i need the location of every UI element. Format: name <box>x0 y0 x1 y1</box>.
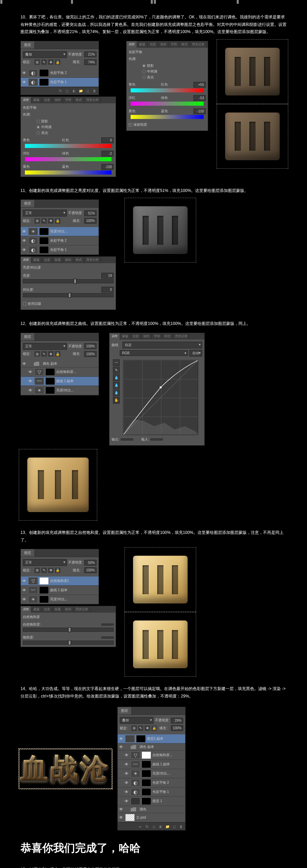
congrats-text: 恭喜你我们完成了，哈哈 <box>20 841 287 856</box>
hand-icon[interactable]: ✋ <box>113 397 120 404</box>
preserve-lum-checkbox[interactable] <box>129 123 132 126</box>
vibrance-panel: 调整蒙版信息段落样式历史记录 自然饱和度 自然饱和度: 饱和度: <box>20 606 116 647</box>
curves-graph[interactable] <box>123 360 198 435</box>
yel-blue-slider[interactable] <box>25 170 112 175</box>
eye-icon[interactable]: 👁 <box>21 70 27 76</box>
legacy-checkbox[interactable] <box>23 302 26 305</box>
lock-all-icon[interactable]: 🔒 <box>55 59 60 65</box>
layers-panel-13: 图层 正常不透明度:50% 锁定:⊞✎✥🔒填充:100% 👁▽自然饱和度1 👁〰… <box>20 549 99 604</box>
pencil-tool-icon[interactable]: ✎ <box>113 367 120 374</box>
cyan-red-slider[interactable] <box>25 144 112 148</box>
curves-panel: 调整蒙版信息动作字符样式历史记录 曲线自定 RGB自动 〰 ✎ 💧 💧 💧 ✋ <box>109 333 205 446</box>
folder-icon <box>34 362 39 366</box>
fill-input[interactable]: 74% <box>84 59 97 65</box>
adj-thumb: ◐ <box>28 78 38 86</box>
preview-stone-gold-bright <box>126 549 194 610</box>
fill-label: 填充: <box>73 60 83 64</box>
blend-mode-dropdown[interactable]: 叠加 <box>23 51 67 58</box>
radio-highlights[interactable] <box>36 131 40 135</box>
mask-icon[interactable]: ◻ <box>64 88 70 94</box>
step-10-text: 累坏了吧，各位亲。做完以上的工作，我们的进度已经完成90%了，只差颜色的调整了。… <box>20 15 287 34</box>
curve-tool-icon[interactable]: 〰 <box>113 359 120 366</box>
preview-stone-brown-2 <box>218 106 287 167</box>
preview-stone-brown <box>218 41 287 102</box>
brightness-slider[interactable] <box>23 279 114 283</box>
preview-stone-gold-bright-2 <box>126 614 194 675</box>
layers-panel-11: 图层 正常 不透明度: 51% 锁定: ⊞✎✥🔒 填充: 100% 👁☀亮度/对… <box>20 199 99 255</box>
radio-highlights[interactable] <box>142 76 146 79</box>
brightness-contrast-panel: 调整蒙版信息段落路径样式历史记录 亮度/对比度 亮度:19 对比度:0 使用旧版 <box>20 256 116 310</box>
cb-title: 色彩平衡 <box>23 105 114 110</box>
layers-panel-10: 图层 叠加 不透明度: 21% 锁定: ⊞ ✎ ✥ 🔒 填充: 74% 👁◐色彩… <box>20 41 99 95</box>
fx-icon[interactable]: fx <box>57 88 63 94</box>
layer-name: 色彩平衡 2 <box>50 71 98 75</box>
layer-name: 色彩平衡 1 <box>50 80 98 85</box>
eyedropper-icon[interactable]: 💧 <box>113 382 120 389</box>
contrast-slider[interactable] <box>23 293 114 297</box>
step-14-text: 哈哈，大功告成。等等，现在的文字看起来很生硬，一个图层可以搞定哦。在调色最开始的… <box>20 686 286 699</box>
preview-stone-gold <box>20 451 96 519</box>
folder-icon[interactable]: 📁 <box>78 88 84 94</box>
adj-icon[interactable]: ◐ <box>71 88 77 94</box>
lock-paint-icon[interactable]: ✎ <box>41 59 47 65</box>
cb-green-input[interactable]: -2 <box>101 151 114 156</box>
eyedropper-icon[interactable]: 💧 <box>113 389 120 396</box>
mask-thumb <box>39 69 49 77</box>
fx-icon[interactable]: fx <box>144 824 150 829</box>
step-12-text: 创建新的填充或调整图层之曲线。设置图层属性为正常，不透明度100%，填充100%… <box>29 321 250 326</box>
adj-tab[interactable]: 调整 <box>21 97 31 103</box>
cb-blue-input[interactable]: -100 <box>101 164 114 170</box>
radio-midtones[interactable] <box>142 70 146 73</box>
svg-point-1 <box>160 386 162 388</box>
new-icon[interactable]: ◻ <box>85 88 91 94</box>
adj-thumb: ◐ <box>28 69 38 77</box>
final-text-effect: 血战沧 <box>20 750 111 787</box>
lock-trans-icon[interactable]: ⊞ <box>34 59 40 65</box>
trash-icon[interactable]: 🗑 <box>91 88 98 94</box>
step-13-text: 创建新的填充或调整图层之自然饱和度。设置图层属性为正常，不透明度100%，填充1… <box>20 530 283 542</box>
opacity-label: 不透明度: <box>68 52 83 57</box>
eyedropper-icon[interactable]: 💧 <box>113 374 120 381</box>
auto-button[interactable]: 自动 <box>189 350 202 357</box>
radio-midtones[interactable] <box>36 125 40 129</box>
lock-pos-icon[interactable]: ✥ <box>48 59 54 65</box>
layer-row-selected[interactable]: 👁◐色彩平衡 1 <box>21 78 99 87</box>
layers-tab[interactable]: 图层 <box>21 41 35 49</box>
step-10-num: 10、 <box>20 15 29 19</box>
layer-row[interactable]: 👁◐色彩平衡 2 <box>21 69 99 78</box>
color-balance-panel-left: 调整蒙版信息动作字符样式历史记录 色彩平衡 色调: 阴影 中间调 高光 青色红色… <box>20 96 116 177</box>
lock-label: 锁定: <box>23 60 33 64</box>
color-balance-panel-right: 调整蒙版信息动作字符样式历史记录 色彩平衡 色调: 阴影 中间调 高光 青色红色… <box>126 41 208 131</box>
eye-icon[interactable]: 👁 <box>21 79 27 85</box>
layers-panel-14: 图层 叠加不透明度:29% 锁定:⊞✎✥🔒填充:100% 👁图层1 副本 👁调色… <box>117 707 186 830</box>
mag-green-slider[interactable] <box>25 157 112 161</box>
opacity-input[interactable]: 21% <box>84 51 97 57</box>
preview-stone-gray <box>126 199 194 261</box>
step-11-text: 创建新的填充或调整图层之亮度对比度。设置图层属性为正常，不透明度51%，填充10… <box>29 188 248 193</box>
cb-red-input[interactable]: 0 <box>101 137 114 143</box>
mask-thumb <box>39 78 49 86</box>
layers-panel-12: 图层 正常不透明度:100% 锁定:⊞✎✥🔒填充:100% 👁调色 副本 👁▽自… <box>20 333 99 395</box>
radio-shadows[interactable] <box>142 64 146 68</box>
radio-shadows[interactable] <box>36 120 40 123</box>
